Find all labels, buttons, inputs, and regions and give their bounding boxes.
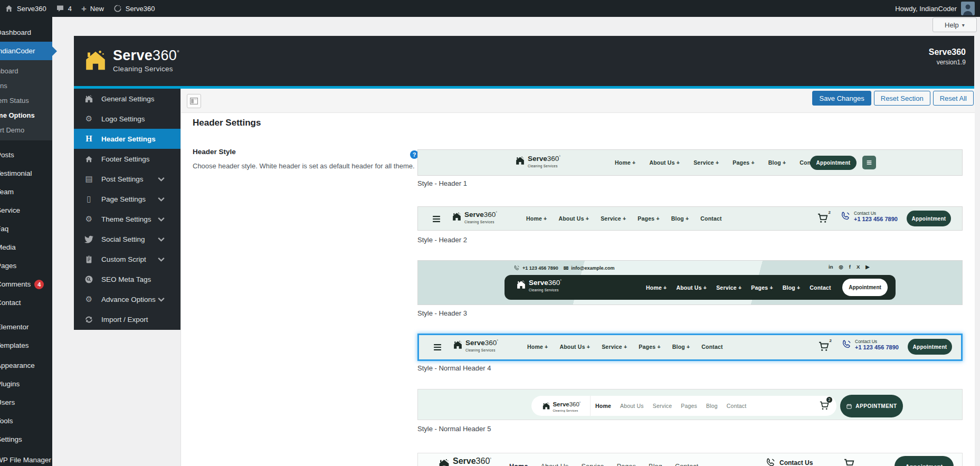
sidebar-item-testimonial[interactable]: Testimonial [0, 164, 52, 183]
reset-all-button[interactable]: Reset All [933, 91, 974, 106]
admin-bar-site-menu[interactable]: Serve360 [0, 0, 51, 17]
admin-bar-new[interactable]: + New [77, 0, 109, 17]
chevron-down-icon[interactable] [157, 235, 166, 244]
nav-item[interactable]: Service [653, 403, 672, 409]
instagram-icon[interactable]: ◎ [839, 264, 843, 270]
nav-item[interactable]: Contact [700, 215, 721, 222]
nav-item[interactable]: Service + [693, 159, 719, 166]
appointment-button[interactable]: Appointment [907, 211, 951, 226]
avatar[interactable] [961, 2, 975, 15]
hamburger-icon[interactable] [432, 341, 443, 353]
nav-item[interactable]: Pages + [732, 159, 754, 166]
chevron-down-icon[interactable] [157, 255, 166, 264]
save-changes-button[interactable]: Save Changes [812, 91, 871, 106]
reset-section-button[interactable]: Reset Section [874, 91, 930, 106]
nav-item[interactable]: Blog [706, 403, 718, 409]
tab-seo-meta-tags[interactable]: SEO Meta Tags [74, 269, 180, 289]
nav-item[interactable]: Service + [601, 215, 626, 222]
facebook-icon[interactable]: f [849, 264, 851, 270]
x-icon[interactable]: X [857, 264, 860, 270]
appointment-button[interactable]: Appointment [908, 339, 952, 355]
sidebar-item-team[interactable]: Team [0, 183, 52, 201]
sidebar-item-comments[interactable]: Comments4 [0, 275, 52, 293]
nav-item[interactable]: About Us + [558, 215, 589, 222]
nav-item[interactable]: Blog [649, 463, 662, 466]
nav-item[interactable]: Home + [526, 215, 547, 222]
sidebar-item-tools[interactable]: Tools [0, 412, 52, 430]
tab-custom-script[interactable]: Custom Script [74, 249, 180, 269]
nav-item[interactable]: Home + [646, 284, 667, 291]
nav-item[interactable]: Contact [701, 344, 722, 350]
submenu-item-theme-options[interactable]: Theme Options [0, 108, 52, 122]
admin-bar-comments[interactable]: 4 [51, 0, 77, 17]
nav-item[interactable]: Pages [681, 403, 697, 409]
header-style-option-1[interactable]: Serve360°Cleaning Services Home +About U… [417, 149, 963, 176]
sidebar-item-pages[interactable]: Pages [0, 256, 52, 275]
nav-item[interactable]: About Us + [676, 284, 707, 291]
tab-theme-settings[interactable]: ⚙Theme Settings [74, 209, 180, 229]
hamburger-icon[interactable] [431, 213, 442, 225]
nav-item[interactable]: Service + [716, 284, 741, 291]
tab-header-settings[interactable]: HHeader Settings [74, 129, 180, 149]
nav-item[interactable]: Pages + [751, 284, 773, 291]
tab-advance-options[interactable]: ⚙Advance Options [74, 289, 180, 309]
appointment-button[interactable]: Appointment [810, 156, 857, 170]
nav-item[interactable]: Blog + [783, 284, 801, 291]
sidebar-item-wp-file-manager[interactable]: WP File Manager [0, 451, 52, 466]
nav-item[interactable]: Service + [602, 344, 627, 350]
nav-item[interactable]: Blog + [672, 344, 690, 350]
chevron-down-icon[interactable] [157, 175, 166, 184]
nav-item[interactable]: Pages + [638, 215, 659, 222]
nav-item[interactable]: Service [582, 463, 604, 466]
header-style-option-5[interactable]: Serve360°Cleaning Services HomeAbout UsS… [417, 389, 963, 420]
header-style-option-6[interactable]: Serve360°Cleaning Services HomeAbout UsS… [417, 453, 963, 466]
sidebar-item-users[interactable]: Users [0, 393, 52, 412]
chevron-down-icon[interactable] [157, 195, 166, 204]
nav-item[interactable]: Pages [617, 463, 636, 466]
tab-page-settings[interactable]: ▯Page Settings [74, 189, 180, 209]
header-style-option-2[interactable]: Serve360°Cleaning Services Home +About U… [417, 206, 963, 231]
sidebar-item-templates[interactable]: Templates [0, 336, 52, 355]
linkedin-icon[interactable]: in [829, 264, 833, 270]
tab-post-settings[interactable]: ▤Post Settings [74, 169, 180, 189]
nav-item[interactable]: Blog + [768, 159, 786, 166]
tab-social-setting[interactable]: Social Setting [74, 229, 180, 249]
nav-item[interactable]: Contact [675, 463, 698, 466]
nav-item[interactable]: Home [595, 403, 611, 409]
submenu-item-plugins[interactable]: Plugins [0, 78, 52, 93]
nav-item[interactable]: Contact [810, 284, 831, 291]
nav-item[interactable]: Home + [615, 159, 635, 166]
sidebar-item-appearance[interactable]: Appearance [0, 356, 52, 375]
howdy-account[interactable]: Howdy, IndianCoder [895, 5, 957, 13]
submenu-item-system-status[interactable]: System Status [0, 93, 52, 108]
tab-import-export[interactable]: Import / Export [74, 309, 180, 329]
nav-item[interactable]: Home [509, 463, 528, 466]
nav-item[interactable]: About Us [541, 463, 569, 466]
nav-item[interactable]: Blog + [671, 215, 689, 222]
nav-item[interactable]: Home + [527, 344, 548, 350]
sidebar-item-service[interactable]: Service [0, 201, 52, 220]
nav-item[interactable]: About Us [620, 403, 644, 409]
youtube-icon[interactable]: ▶ [865, 264, 869, 270]
sidebar-item-plugins[interactable]: Plugins [0, 375, 52, 393]
tab-general-settings[interactable]: General Settings [74, 89, 180, 109]
sidebar-item-contact[interactable]: Contact [0, 293, 52, 312]
cart-icon[interactable]: 2 [817, 213, 829, 224]
chevron-down-icon[interactable] [157, 215, 166, 224]
nav-item[interactable]: Contact [727, 403, 747, 409]
sidebar-item-faq[interactable]: Faq [0, 220, 52, 238]
appointment-button[interactable]: APPOINTMENT [840, 395, 903, 417]
nav-item[interactable]: About Us + [559, 344, 590, 350]
expand-panel-button[interactable] [187, 94, 201, 108]
nav-item[interactable]: About Us + [649, 159, 680, 166]
sidebar-item-settings[interactable]: Settings [0, 430, 52, 449]
chevron-down-icon[interactable] [157, 295, 166, 304]
header-style-option-4-selected[interactable]: Serve360°Cleaning Services Home +About U… [417, 334, 963, 361]
appointment-button[interactable]: Appointment [842, 279, 888, 296]
nav-item[interactable]: Pages + [639, 344, 660, 350]
sidebar-item-media[interactable]: Media [0, 238, 52, 256]
cart-icon[interactable]: 2 [819, 401, 830, 411]
sidebar-item-posts[interactable]: Posts [0, 146, 52, 164]
sidebar-item-elementor[interactable]: Elementor [0, 318, 52, 336]
tab-logo-settings[interactable]: ⚙Logo Settings [74, 109, 180, 129]
